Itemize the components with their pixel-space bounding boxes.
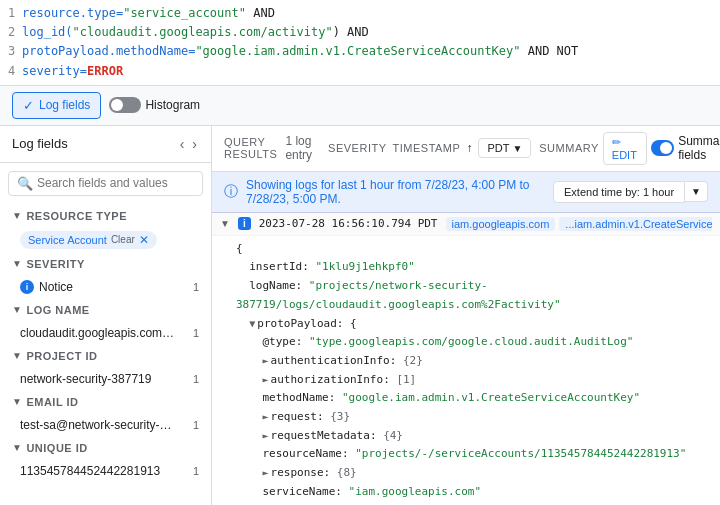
section-resource-type[interactable]: ▼ RESOURCE TYPE	[0, 204, 211, 228]
main-layout: Log fields ‹ › 🔍 ▼ RESOURCE TYPE Service…	[0, 126, 720, 505]
search-input[interactable]	[37, 176, 194, 190]
unique-id-value: 113545784452442281913	[20, 464, 160, 478]
expand-proto-payload[interactable]: ▼	[249, 318, 255, 329]
json-line: ►requestMetadata: {4}	[236, 427, 704, 446]
json-line: ►request: {3}	[236, 408, 704, 427]
json-line: serviceName: "iam.googleapis.com"	[236, 483, 704, 502]
sort-arrow: ↑	[466, 141, 472, 155]
section-project-id-label: PROJECT ID	[26, 350, 97, 362]
histogram-toggle-thumb	[111, 99, 123, 111]
log-tag-iam: iam.googleapis.com	[446, 217, 556, 231]
collapse-arrow-resource: ▼	[12, 210, 22, 221]
info-bar-text: Showing logs for last 1 hour from 7/28/2…	[246, 178, 545, 206]
main-toolbar: ✓ Log fields Histogram	[0, 86, 720, 126]
json-line: @type: "type.googleapis.com/google.cloud…	[236, 333, 704, 352]
line-num-4: 4	[8, 62, 22, 81]
section-unique-id[interactable]: ▼ UNIQUE ID	[0, 436, 211, 460]
search-box[interactable]: 🔍	[8, 171, 203, 196]
json-line: {	[236, 240, 704, 259]
histogram-toggle-track[interactable]	[109, 97, 141, 113]
summary-fields-thumb	[660, 142, 672, 154]
expand-response[interactable]: ►	[263, 467, 269, 478]
right-chevron-icon[interactable]: ›	[190, 134, 199, 154]
severity-col-label: SEVERITY	[328, 142, 386, 154]
service-account-chip[interactable]: Service Account Clear ✕	[20, 231, 157, 249]
section-unique-id-label: UNIQUE ID	[26, 442, 87, 454]
summary-label: SUMMARY	[539, 142, 599, 154]
unique-id-item[interactable]: 113545784452442281913 1	[0, 460, 211, 482]
summary-fields-toggle[interactable]	[651, 140, 674, 156]
email-id-item[interactable]: test-sa@network-security-387719.iam.gser…	[0, 414, 211, 436]
extend-time-dropdown[interactable]: ▼	[685, 181, 708, 202]
left-panel-icons: ‹ ›	[178, 134, 199, 154]
section-log-name-label: LOG NAME	[26, 304, 89, 316]
collapse-arrow-logname: ▼	[12, 304, 22, 315]
severity-info-icon: i	[20, 280, 34, 294]
line-num-1: 1	[8, 4, 22, 23]
query-results-label: Query results	[224, 136, 277, 160]
pdt-button[interactable]: PDT ▼	[478, 138, 531, 158]
project-id-value: network-security-387719	[20, 372, 151, 386]
query-bar: 1 resource.type="service_account" AND 2 …	[0, 0, 720, 86]
json-line: insertId: "1klu9j1ehkpf0"	[236, 258, 704, 277]
severity-badge: i	[238, 217, 251, 230]
log-entries: ▼ i 2023-07-28 16:56:10.794 PDT iam.goog…	[212, 213, 720, 505]
section-log-name[interactable]: ▼ LOG NAME	[0, 298, 211, 322]
line-num-3: 3	[8, 42, 22, 61]
pdt-label: PDT	[487, 142, 509, 154]
expand-request[interactable]: ►	[263, 411, 269, 422]
json-content: { insertId: "1klu9j1ehkpf0" logName: "pr…	[212, 236, 720, 505]
expand-chevron[interactable]: ▼	[220, 218, 230, 229]
log-name-item[interactable]: cloudaudit.googleapis.com/activity 1	[0, 322, 211, 344]
summary-fields-label: Summary fields	[678, 134, 720, 162]
histogram-toggle[interactable]: Histogram	[109, 97, 200, 113]
project-id-item[interactable]: network-security-387719 1	[0, 368, 211, 390]
query-line-1: 1 resource.type="service_account" AND	[8, 4, 712, 23]
unique-id-count: 1	[193, 465, 199, 477]
section-resource-type-label: RESOURCE TYPE	[26, 210, 127, 222]
left-panel-title: Log fields	[12, 136, 68, 151]
edit-button[interactable]: ✏ EDIT	[603, 132, 648, 165]
json-line: logName: "projects/network-security-3877…	[236, 277, 704, 314]
left-panel: Log fields ‹ › 🔍 ▼ RESOURCE TYPE Service…	[0, 126, 212, 505]
edit-label: ✏ EDIT	[612, 136, 639, 161]
json-line: resourceName: "projects/-/serviceAccount…	[236, 445, 704, 464]
collapse-arrow-project: ▼	[12, 350, 22, 361]
section-email-id[interactable]: ▼ EMAIL ID	[0, 390, 211, 414]
json-line: ►response: {8}	[236, 464, 704, 483]
chip-close-icon[interactable]: ✕	[139, 233, 149, 247]
log-fields-label: Log fields	[39, 98, 90, 112]
section-project-id[interactable]: ▼ PROJECT ID	[0, 344, 211, 368]
log-timestamp: 2023-07-28 16:56:10.794 PDT	[259, 217, 438, 230]
severity-notice-count: 1	[193, 281, 199, 293]
collapse-arrow-severity: ▼	[12, 258, 22, 269]
left-panel-header: Log fields ‹ ›	[0, 126, 211, 163]
summary-toggle: SUMMARY ✏ EDIT Summary fields	[539, 132, 720, 165]
chip-clear-label: Clear	[111, 234, 135, 245]
chip-label: Service Account	[28, 234, 107, 246]
right-panel: Query results 1 log entry SEVERITY TIMES…	[212, 126, 720, 505]
log-fields-button[interactable]: ✓ Log fields	[12, 92, 101, 119]
pdt-dropdown-icon: ▼	[512, 143, 522, 154]
email-id-value: test-sa@network-security-387719.iam.gser…	[20, 418, 175, 432]
expand-auth-info[interactable]: ►	[263, 355, 269, 366]
extend-time-main[interactable]: Extend time by: 1 hour	[553, 181, 685, 203]
timestamp-col-label: TIMESTAMP	[393, 142, 461, 154]
expand-req-meta[interactable]: ►	[263, 430, 269, 441]
expand-authz-info[interactable]: ►	[263, 374, 269, 385]
check-icon: ✓	[23, 98, 34, 113]
severity-notice-item[interactable]: i Notice 1	[0, 276, 211, 298]
resource-type-chip-item: Service Account Clear ✕	[0, 228, 211, 252]
log-tag-method: ...iam.admin.v1.CreateServiceAccountK...	[559, 217, 712, 231]
log-name-count: 1	[193, 327, 199, 339]
section-severity[interactable]: ▼ SEVERITY	[0, 252, 211, 276]
section-email-id-label: EMAIL ID	[26, 396, 78, 408]
query-line-4: 4 severity=ERROR	[8, 62, 712, 81]
info-bar: ⓘ Showing logs for last 1 hour from 7/28…	[212, 172, 720, 213]
extend-time-button[interactable]: Extend time by: 1 hour ▼	[553, 181, 708, 203]
collapse-arrow-email: ▼	[12, 396, 22, 407]
log-entry-row[interactable]: ▼ i 2023-07-28 16:56:10.794 PDT iam.goog…	[212, 213, 720, 236]
left-chevron-icon[interactable]: ‹	[178, 134, 187, 154]
query-line-3: 3 protoPayload.methodName="google.iam.ad…	[8, 42, 712, 61]
results-toolbar: Query results 1 log entry SEVERITY TIMES…	[212, 126, 720, 172]
